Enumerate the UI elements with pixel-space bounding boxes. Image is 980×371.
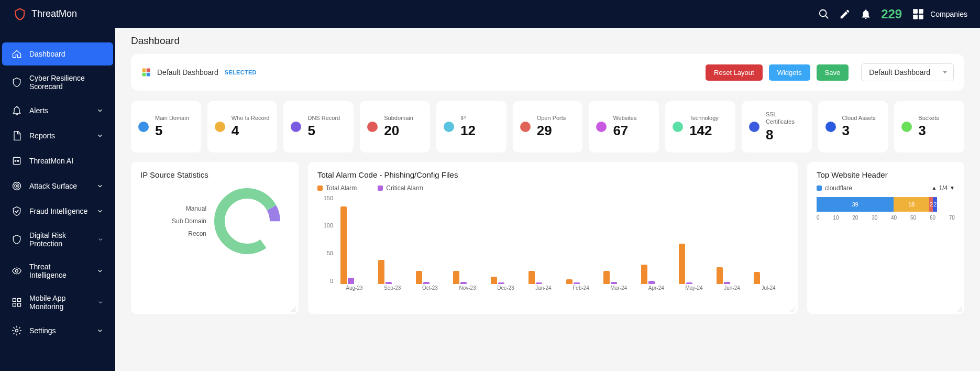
stat-card[interactable]: Open Ports29 xyxy=(513,101,583,152)
stat-card[interactable]: Subdomain20 xyxy=(360,101,430,152)
brand-logo-icon xyxy=(13,7,27,21)
stat-label: Subdomain xyxy=(384,114,413,122)
stat-icon xyxy=(519,121,532,133)
main-content: Dashboard Default Dashboard SELECTED Res… xyxy=(115,28,980,371)
svg-rect-14 xyxy=(18,299,21,302)
edit-icon[interactable] xyxy=(839,8,851,20)
bell-icon xyxy=(12,105,22,116)
sidebar-item-mobile-app-monitoring[interactable]: Mobile App Monitoring xyxy=(2,288,113,317)
chevron-down-icon xyxy=(96,132,104,139)
stat-card[interactable]: Technology142 xyxy=(665,101,735,152)
brand-text: ThreatMon xyxy=(31,8,77,19)
widgets-button[interactable]: Widgets xyxy=(769,64,810,81)
stat-card[interactable]: SSL Certificates8 xyxy=(742,101,812,152)
chart-legend: Total Alarm Critical Alarm xyxy=(317,184,788,192)
svg-point-7 xyxy=(15,160,16,162)
target-icon xyxy=(12,181,22,191)
svg-point-25 xyxy=(367,122,378,132)
svg-rect-4 xyxy=(913,15,918,19)
bar-critical xyxy=(348,278,354,283)
stat-card[interactable]: Cloud Assets3 xyxy=(818,101,888,152)
stat-card[interactable]: Main Domain5 xyxy=(131,101,201,152)
hw-segment: 18 xyxy=(894,197,929,212)
sidebar-item-threatmon-ai[interactable]: ThreatMon AI xyxy=(2,149,113,172)
sidebar-item-attack-surface[interactable]: Attack Surface xyxy=(2,174,113,198)
svg-point-32 xyxy=(901,122,912,132)
stat-icon xyxy=(671,121,684,133)
resize-handle-icon[interactable] xyxy=(957,307,962,312)
search-icon[interactable] xyxy=(818,8,830,20)
companies-button[interactable]: Companies xyxy=(911,7,967,21)
bar-total xyxy=(641,265,647,283)
pager-next-icon[interactable]: ▼ xyxy=(950,185,955,191)
stat-card[interactable]: Websites67 xyxy=(589,101,659,152)
brand[interactable]: ThreatMon xyxy=(13,7,77,21)
resize-handle-icon[interactable] xyxy=(790,307,796,312)
bar-total xyxy=(566,279,572,284)
sidebar-item-alerts[interactable]: Alerts xyxy=(2,99,113,122)
bar-critical xyxy=(611,282,617,283)
legend-critical: Critical Alarm xyxy=(378,184,423,192)
stat-card[interactable]: DNS Record5 xyxy=(283,101,354,152)
stat-label: Technology xyxy=(689,114,719,122)
bar-critical xyxy=(724,282,730,283)
hw-stacked-bar: 391822 xyxy=(817,197,955,212)
bar-critical xyxy=(498,282,504,283)
chevron-down-icon xyxy=(96,182,104,190)
svg-line-1 xyxy=(825,15,829,18)
dashboard-select[interactable]: Default Dashboard xyxy=(861,63,954,81)
sidebar-item-settings[interactable]: Settings xyxy=(2,319,113,342)
bar-total xyxy=(491,277,497,284)
bar-total xyxy=(378,260,384,283)
stat-icon xyxy=(214,121,226,133)
stat-value: 3 xyxy=(842,123,850,139)
sidebar-item-reports[interactable]: Reports xyxy=(2,124,113,147)
legend-manual: Manual xyxy=(186,205,206,212)
bell-icon[interactable] xyxy=(860,8,872,20)
svg-point-8 xyxy=(17,160,19,162)
bar-total xyxy=(679,244,685,284)
hw-legend-left: cloudflare xyxy=(817,184,852,192)
chevron-down-icon xyxy=(97,236,104,243)
sidebar-item-fraud-intelligence[interactable]: Fraud Intelligence xyxy=(2,200,113,223)
stat-card[interactable]: Who Is Record4 xyxy=(207,101,278,152)
companies-icon xyxy=(911,7,925,21)
topbar: ThreatMon 229 Companies xyxy=(0,0,980,28)
sidebar-item-cyber-resilience-scorecard[interactable]: Cyber Resilience Scorecard xyxy=(2,68,113,97)
hw-legend-name: cloudflare xyxy=(825,184,852,192)
alarm-panel: Total Alarm Code - Phishing/Config Files… xyxy=(308,162,798,314)
svg-point-11 xyxy=(16,186,18,187)
stat-label: Who Is Record xyxy=(232,114,270,122)
sidebar-item-threat-intelligence[interactable]: Threat Intelligence xyxy=(2,256,113,286)
panel-title: Total Alarm Code - Phishing/Config Files xyxy=(317,170,788,179)
pager-prev-icon[interactable]: ▲ xyxy=(932,185,937,191)
hw-segment: 2 xyxy=(929,197,933,212)
svg-point-26 xyxy=(444,122,454,132)
svg-rect-5 xyxy=(919,15,923,19)
ai-icon xyxy=(12,156,22,166)
svg-rect-20 xyxy=(142,73,146,77)
hw-segment: 39 xyxy=(817,197,894,212)
svg-point-28 xyxy=(596,122,607,132)
sidebar-item-dashboard[interactable]: Dashboard xyxy=(2,42,113,66)
donut-chart xyxy=(211,184,284,258)
stat-card[interactable]: Buckets3 xyxy=(894,101,964,152)
stat-value: 142 xyxy=(689,123,712,139)
svg-rect-13 xyxy=(13,299,16,302)
stat-value: 20 xyxy=(384,123,399,139)
svg-rect-16 xyxy=(18,303,21,307)
sidebar-item-digital-risk-protection[interactable]: Digital Risk Protection xyxy=(2,225,113,254)
chevron-down-icon xyxy=(96,327,104,334)
resize-handle-icon[interactable] xyxy=(291,307,296,312)
nav-label: Digital Risk Protection xyxy=(29,231,90,248)
page-title: Dashboard xyxy=(131,35,964,47)
svg-point-23 xyxy=(215,122,225,132)
svg-point-29 xyxy=(673,122,683,132)
eye-icon xyxy=(12,266,22,276)
bar-total xyxy=(603,271,610,284)
stat-card[interactable]: IP12 xyxy=(436,101,506,152)
reset-layout-button[interactable]: Reset Layout xyxy=(706,64,763,81)
stat-value: 4 xyxy=(232,123,239,139)
stat-value: 29 xyxy=(537,123,552,139)
save-button[interactable]: Save xyxy=(817,64,849,81)
